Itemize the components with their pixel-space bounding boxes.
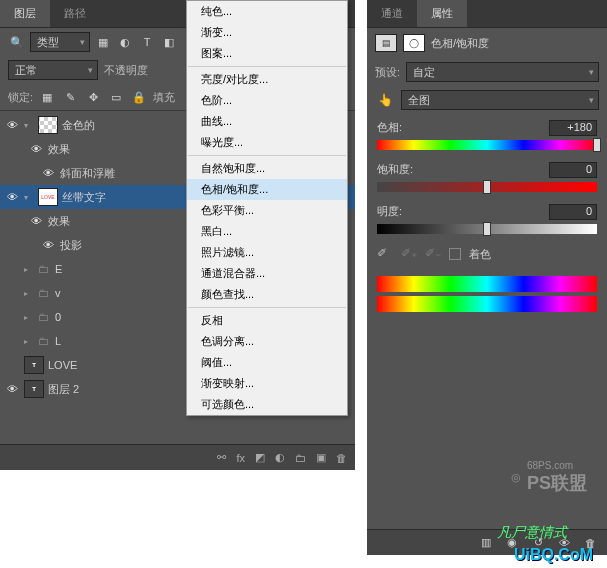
expand-icon[interactable]: ▾ xyxy=(24,193,34,202)
menu-posterize[interactable]: 色调分离... xyxy=(187,331,347,352)
folder-icon: 🗀 xyxy=(38,311,49,323)
menu-threshold[interactable]: 阈值... xyxy=(187,352,347,373)
filter-shape-icon[interactable]: ◧ xyxy=(160,33,178,51)
adjustment-context-menu: 纯色... 渐变... 图案... 亮度/对比度... 色阶... 曲线... … xyxy=(186,0,348,416)
saturation-slider[interactable] xyxy=(377,182,597,192)
menu-curves[interactable]: 曲线... xyxy=(187,111,347,132)
layer-name: LOVE xyxy=(48,359,77,371)
blend-mode-select[interactable]: 正常 xyxy=(8,60,98,80)
brightness-value[interactable]: 0 xyxy=(549,204,597,220)
mask-icon[interactable]: ◩ xyxy=(255,451,265,464)
filter-pixel-icon[interactable]: ▦ xyxy=(94,33,112,51)
lock-artboard-icon[interactable]: ▭ xyxy=(107,88,125,106)
effect-name: 斜面和浮雕 xyxy=(60,166,115,181)
menu-black-white[interactable]: 黑白... xyxy=(187,221,347,242)
tab-channels[interactable]: 通道 xyxy=(367,0,417,27)
effects-label: 效果 xyxy=(48,214,70,229)
group-name: L xyxy=(55,335,61,347)
menu-selective-color[interactable]: 可选颜色... xyxy=(187,394,347,415)
group-name: v xyxy=(55,287,61,299)
expand-icon[interactable]: ▸ xyxy=(24,289,34,298)
preset-label: 预设: xyxy=(375,65,400,80)
text-layer-icon: T xyxy=(24,380,44,398)
saturation-label: 饱和度: xyxy=(377,162,413,178)
lock-all-icon[interactable]: 🔒 xyxy=(130,88,148,106)
lock-label: 锁定: xyxy=(8,90,33,105)
visibility-icon[interactable]: 👁 xyxy=(28,215,44,227)
menu-gradient-map[interactable]: 渐变映射... xyxy=(187,373,347,394)
range-select[interactable]: 全图 xyxy=(401,90,599,110)
visibility-icon[interactable]: 👁 xyxy=(4,119,20,131)
hue-slider[interactable] xyxy=(377,140,597,150)
visibility-icon[interactable]: 👁 xyxy=(4,383,20,395)
tab-layers[interactable]: 图层 xyxy=(0,0,50,27)
brightness-slider[interactable] xyxy=(377,224,597,234)
visibility-icon[interactable]: 👁 xyxy=(28,143,44,155)
brightness-label: 明度: xyxy=(377,204,402,220)
menu-color-balance[interactable]: 色彩平衡... xyxy=(187,200,347,221)
targeted-adjust-icon[interactable]: 👆 xyxy=(375,91,395,109)
hue-value[interactable]: +180 xyxy=(549,120,597,136)
eyedropper-icon[interactable]: ✐ xyxy=(377,246,393,262)
menu-hue-saturation[interactable]: 色相/饱和度... xyxy=(187,179,347,200)
hue-label: 色相: xyxy=(377,120,402,136)
visibility-icon[interactable]: 👁 xyxy=(40,167,56,179)
slider-knob[interactable] xyxy=(483,180,491,194)
effects-label: 效果 xyxy=(48,142,70,157)
folder-icon: 🗀 xyxy=(38,287,49,299)
delete-icon[interactable]: 🗑 xyxy=(336,452,347,464)
opacity-label: 不透明度 xyxy=(104,63,148,78)
group-name: 0 xyxy=(55,311,61,323)
filter-text-icon[interactable]: T xyxy=(138,33,156,51)
menu-color-lookup[interactable]: 颜色查找... xyxy=(187,284,347,305)
layer-thumb xyxy=(38,116,58,134)
visibility-icon[interactable]: 👁 xyxy=(40,239,56,251)
eyedropper-add-icon[interactable]: ✐₊ xyxy=(401,246,417,262)
colorize-checkbox[interactable] xyxy=(449,248,461,260)
tab-properties[interactable]: 属性 xyxy=(417,0,467,27)
panel-title: 色相/饱和度 xyxy=(431,36,489,51)
menu-gradient[interactable]: 渐变... xyxy=(187,22,347,43)
group-name: E xyxy=(55,263,62,275)
expand-icon[interactable]: ▸ xyxy=(24,337,34,346)
filter-adjust-icon[interactable]: ◐ xyxy=(116,33,134,51)
color-ramp-before xyxy=(377,276,597,292)
menu-photo-filter[interactable]: 照片滤镜... xyxy=(187,242,347,263)
color-ramp-after xyxy=(377,296,597,312)
expand-icon[interactable]: ▸ xyxy=(24,313,34,322)
menu-channel-mixer[interactable]: 通道混合器... xyxy=(187,263,347,284)
menu-brightness-contrast[interactable]: 亮度/对比度... xyxy=(187,69,347,90)
saturation-value[interactable]: 0 xyxy=(549,162,597,178)
huesat-icon: ▤ xyxy=(375,34,397,52)
expand-icon[interactable]: ▸ xyxy=(24,265,34,274)
lock-move-icon[interactable]: ✥ xyxy=(84,88,102,106)
tab-paths[interactable]: 路径 xyxy=(50,0,100,27)
menu-invert[interactable]: 反相 xyxy=(187,310,347,331)
preset-select[interactable]: 自定 xyxy=(406,62,599,82)
new-layer-icon[interactable]: ▣ xyxy=(316,451,326,464)
filter-type-select[interactable]: 类型 xyxy=(30,32,90,52)
menu-levels[interactable]: 色阶... xyxy=(187,90,347,111)
expand-icon[interactable]: ▾ xyxy=(24,121,34,130)
mask-icon[interactable]: ◯ xyxy=(403,34,425,52)
lock-pixels-icon[interactable]: ▦ xyxy=(38,88,56,106)
menu-vibrance[interactable]: 自然饱和度... xyxy=(187,158,347,179)
slider-knob[interactable] xyxy=(593,138,601,152)
visibility-icon[interactable]: 👁 xyxy=(4,191,20,203)
effect-name: 投影 xyxy=(60,238,82,253)
search-icon[interactable]: 🔍 xyxy=(8,33,26,51)
menu-exposure[interactable]: 曝光度... xyxy=(187,132,347,153)
eyedropper-sub-icon[interactable]: ✐₋ xyxy=(425,246,441,262)
clip-icon[interactable]: ▥ xyxy=(477,534,495,552)
lock-brush-icon[interactable]: ✎ xyxy=(61,88,79,106)
fx-icon[interactable]: fx xyxy=(236,452,245,464)
menu-solid-color[interactable]: 纯色... xyxy=(187,1,347,22)
logo-icon: ◎ xyxy=(511,471,521,484)
group-icon[interactable]: 🗀 xyxy=(295,452,306,464)
watermark: ◎ 68PS.com PS联盟 xyxy=(511,460,587,495)
link-icon[interactable]: ⚯ xyxy=(217,451,226,464)
adjustment-icon[interactable]: ◐ xyxy=(275,451,285,464)
menu-pattern[interactable]: 图案... xyxy=(187,43,347,64)
slider-knob[interactable] xyxy=(483,222,491,236)
menu-separator xyxy=(188,66,346,67)
